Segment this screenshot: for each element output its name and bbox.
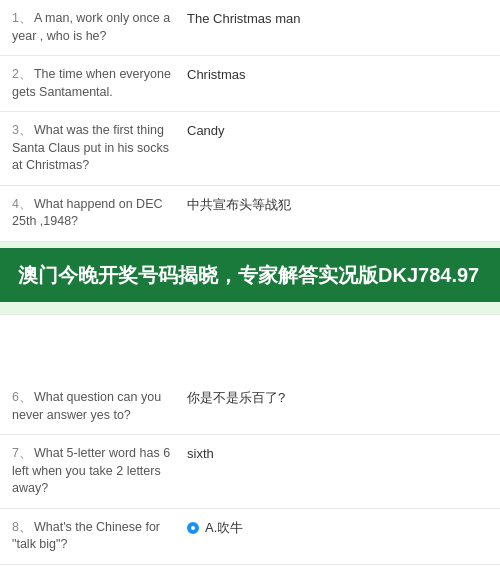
user-name-row: 您姓名 👤 xie xyxy=(0,565,500,576)
quiz-row-7: 7、What 5-letter word has 6 left when you… xyxy=(0,435,500,509)
answer-7: sixth xyxy=(187,445,488,463)
question-8: 8、What's the Chinese for "talk big"? xyxy=(12,519,187,554)
quiz-container: 1、A man, work only once a year , who is … xyxy=(0,0,500,575)
question-4: 4、What happend on DEC 25th ,1948? xyxy=(12,196,187,231)
overlay-banner: 澳门今晚开奖号码揭晓，专家解答实况版DKJ784.97 xyxy=(0,248,500,302)
question-2: 2、The time when everyone gets Santamenta… xyxy=(12,66,187,101)
answer-2: Christmas xyxy=(187,66,488,84)
quiz-row-6: 6、What question can you never answer yes… xyxy=(0,379,500,435)
page-wrapper: 1、A man, work only once a year , who is … xyxy=(0,0,500,575)
quiz-row-4: 4、What happend on DEC 25th ,1948? 中共宣布头等… xyxy=(0,186,500,242)
question-3: 3、What was the first thing Santa Claus p… xyxy=(12,122,187,175)
answer-3: Candy xyxy=(187,122,488,140)
quiz-row-3: 3、What was the first thing Santa Claus p… xyxy=(0,112,500,186)
answer-1: The Christmas man xyxy=(187,10,488,28)
quiz-row-8: 8、What's the Chinese for "talk big"? A.吹… xyxy=(0,509,500,565)
radio-selected-icon xyxy=(187,522,199,534)
question-7: 7、What 5-letter word has 6 left when you… xyxy=(12,445,187,498)
quiz-row-2: 2、The time when everyone gets Santamenta… xyxy=(0,56,500,112)
answer-6: 你是不是乐百了? xyxy=(187,389,488,407)
question-1: 1、A man, work only once a year , who is … xyxy=(12,10,187,45)
answer-8: A.吹牛 xyxy=(187,519,488,537)
quiz-row-1: 1、A man, work only once a year , who is … xyxy=(0,0,500,56)
answer-4: 中共宣布头等战犯 xyxy=(187,196,488,214)
question-6: 6、What question can you never answer yes… xyxy=(12,389,187,424)
